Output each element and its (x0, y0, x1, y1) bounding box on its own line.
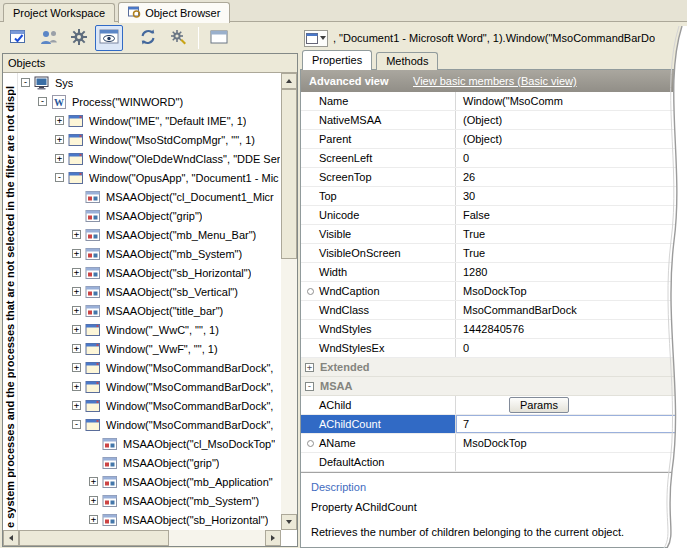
property-name-cell[interactable]: AChildCount (301, 415, 456, 433)
expand-toggle[interactable]: + (89, 496, 98, 505)
property-name-cell[interactable]: Parent (301, 130, 456, 148)
collapse-toggle[interactable]: - (72, 420, 81, 429)
property-row[interactable]: VisibleOnScreenTrue (301, 244, 687, 263)
expand-toggle[interactable]: + (55, 135, 64, 144)
property-value-cell[interactable]: 0 (456, 339, 687, 357)
scroll-down-button[interactable] (281, 514, 297, 530)
property-row[interactable]: AChildParams (301, 396, 687, 415)
horizontal-scroll-thumb[interactable] (19, 530, 169, 546)
expand-toggle[interactable]: + (305, 363, 314, 372)
property-name-cell[interactable]: WndStylesEx (301, 339, 456, 357)
tree-item[interactable]: +Window("MsoCommandBarDock", (19, 377, 281, 396)
property-value-cell[interactable]: MsoCommandBarDock (456, 301, 687, 319)
property-value-cell[interactable]: 1280 (456, 263, 687, 281)
property-value-cell[interactable]: Params (456, 396, 687, 414)
property-value-cell[interactable]: Window("MsoComm (456, 92, 687, 110)
scroll-up-button[interactable] (281, 73, 297, 89)
collapse-toggle[interactable]: - (55, 173, 64, 182)
expand-toggle[interactable]: + (72, 268, 81, 277)
expand-toggle[interactable]: + (72, 401, 81, 410)
property-value-cell[interactable]: (Object) (456, 111, 687, 129)
property-name-cell[interactable]: AName (301, 434, 456, 452)
property-value-cell[interactable]: (Object) (456, 130, 687, 148)
expand-toggle[interactable]: + (89, 515, 98, 524)
property-row[interactable]: WndClassMsoCommandBarDock (301, 301, 687, 320)
property-name-cell[interactable]: Unicode (301, 206, 456, 224)
params-button[interactable]: Params (509, 397, 569, 413)
tree-item[interactable]: -Window("OpusApp", "Document1 - Mic (19, 168, 281, 187)
tree-item[interactable]: +Window("_WwF", "", 1) (19, 339, 281, 358)
property-name-cell[interactable]: Name (301, 92, 456, 110)
property-row[interactable]: WndCaptionMsoDockTop (301, 282, 687, 301)
tree-item[interactable]: +MSAAObject("sb_Vertical") (19, 282, 281, 301)
tree-item[interactable]: +MSAAObject("mb_System") (19, 244, 281, 263)
property-row[interactable]: UnicodeFalse (301, 206, 687, 225)
property-name-cell[interactable]: ScreenTop (301, 168, 456, 186)
property-name-cell[interactable]: WndStyles (301, 320, 456, 338)
scroll-right-button[interactable] (265, 530, 281, 546)
tree-vertical-scrollbar[interactable] (281, 73, 297, 530)
property-row[interactable]: Top30 (301, 187, 687, 206)
scroll-left-button[interactable] (3, 530, 19, 546)
property-row[interactable]: WndStylesEx0 (301, 339, 687, 358)
new-window-button[interactable] (205, 25, 233, 51)
expand-toggle[interactable]: + (72, 382, 81, 391)
property-name-cell[interactable]: DefaultAction (301, 453, 456, 471)
section-header-extended[interactable]: +Extended (301, 358, 687, 377)
tab-methods[interactable]: Methods (376, 52, 438, 70)
basic-view-link[interactable]: View basic members (Basic view) (413, 75, 577, 87)
property-name-cell[interactable]: ScreenLeft (301, 149, 456, 167)
property-value-cell[interactable]: 0 (456, 149, 687, 167)
collapse-toggle[interactable]: - (305, 382, 314, 391)
tree-item[interactable]: +MSAAObject("sb_Horizontal") (19, 510, 281, 529)
object-selector-dropdown[interactable] (304, 30, 328, 47)
expand-toggle[interactable]: + (72, 306, 81, 315)
property-row[interactable]: ANameMsoDockTop (301, 434, 687, 453)
filter-settings-button[interactable] (65, 25, 93, 51)
property-row[interactable]: NameWindow("MsoComm (301, 92, 687, 111)
property-row[interactable]: Parent(Object) (301, 130, 687, 149)
tree-item[interactable]: +Window("_WwC", "", 1) (19, 320, 281, 339)
tree-item[interactable]: +MSAAObject("sb_Horizontal") (19, 263, 281, 282)
expand-toggle[interactable]: + (55, 116, 64, 125)
property-value-cell[interactable]: True (456, 244, 687, 262)
property-row[interactable]: AChildCount7 (301, 415, 687, 434)
tree-horizontal-scrollbar[interactable] (3, 530, 281, 546)
collapse-toggle[interactable]: - (38, 97, 47, 106)
section-header-msaa[interactable]: -MSAA (301, 377, 687, 396)
property-name-cell[interactable]: AChild (301, 396, 456, 414)
vertical-scroll-thumb[interactable] (281, 89, 297, 259)
property-name-cell[interactable]: Visible (301, 225, 456, 243)
property-value-cell[interactable]: 7 (456, 415, 687, 433)
expand-toggle[interactable]: + (72, 287, 81, 296)
tree-item[interactable]: +MSAAObject("mb_System") (19, 491, 281, 510)
tree-item[interactable]: -Sys (19, 73, 281, 92)
advanced-settings-button[interactable] (164, 25, 192, 51)
property-name-cell[interactable]: VisibleOnScreen (301, 244, 456, 262)
property-value-cell[interactable] (456, 453, 687, 471)
property-row[interactable]: ScreenLeft0 (301, 149, 687, 168)
property-value-cell[interactable]: MsoDockTop (456, 282, 687, 300)
tree-item[interactable]: +Window("MsoCommandBarDock", (19, 358, 281, 377)
highlight-object-button[interactable] (5, 25, 33, 51)
tree-item[interactable]: +Window("OleDdeWndClass", "DDE Ser (19, 149, 281, 168)
tree-item[interactable]: -Window("MsoCommandBarDock", (19, 415, 281, 434)
property-name-cell[interactable]: Width (301, 263, 456, 281)
property-row[interactable]: ScreenTop26 (301, 168, 687, 187)
tree-item[interactable]: +Window("MsoStdCompMgr", "", 1) (19, 130, 281, 149)
property-row[interactable]: WndStyles1442840576 (301, 320, 687, 339)
expand-toggle[interactable]: + (72, 363, 81, 372)
property-name-cell[interactable]: Top (301, 187, 456, 205)
property-value-cell[interactable]: True (456, 225, 687, 243)
tree-item[interactable]: +Window("IME", "Default IME", 1) (19, 111, 281, 130)
property-row[interactable]: DefaultAction (301, 453, 687, 472)
property-value-cell[interactable]: 1442840576 (456, 320, 687, 338)
expand-toggle[interactable]: + (72, 249, 81, 258)
collapse-toggle[interactable]: - (21, 78, 30, 87)
tree-item[interactable]: MSAAObject("cl_MsoDockTop" (19, 434, 281, 453)
tree-item[interactable]: +MSAAObject("title_bar") (19, 301, 281, 320)
tab-properties[interactable]: Properties (302, 50, 372, 70)
tree-item[interactable]: +Window("MsoCommandBarDock", (19, 396, 281, 415)
expand-toggle[interactable]: + (55, 154, 64, 163)
tab-project-workspace[interactable]: Project Workspace (3, 3, 115, 22)
